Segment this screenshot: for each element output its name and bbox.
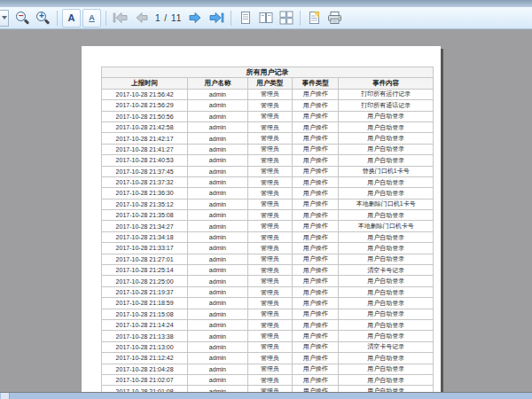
- single-page-layout-button[interactable]: [236, 9, 254, 27]
- zoom-out-button[interactable]: −: [13, 9, 32, 27]
- table-cell: 用户操作: [293, 276, 339, 286]
- table-cell: admin: [188, 298, 247, 309]
- table-cell: 2017-10-28 21:25:00: [102, 276, 188, 286]
- table-cell: 2017-10-28 21:27:01: [102, 254, 188, 264]
- table-cell: 2017-10-28 21:13:00: [102, 341, 188, 352]
- table-row: 2017-10-28 21:04:28admin管理员用户操作用户自动登录: [102, 364, 434, 374]
- table-cell: 本地删除门口机1卡号: [339, 199, 434, 209]
- table-row: 2017-10-28 21:02:07admin管理员用户操作用户自动登录: [102, 374, 434, 385]
- font-increase-button[interactable]: A: [62, 9, 81, 27]
- zoom-level-dropdown[interactable]: [0, 10, 9, 27]
- table-cell: 2017-10-28 21:35:12: [102, 199, 188, 209]
- table-cell: 用户自动登录: [339, 309, 434, 319]
- toolbar-separator: [300, 11, 301, 26]
- two-page-layout-button[interactable]: [256, 9, 275, 27]
- table-cell: 用户自动登录: [339, 254, 434, 264]
- table-cell: 打印所有运行记录: [339, 89, 434, 99]
- table-cell: admin: [188, 221, 247, 231]
- table-cell: admin: [188, 111, 247, 121]
- table-cell: 用户操作: [293, 100, 339, 111]
- user-records-table: 所有用户记录 上报时间 用户名称 用户类型 事件类型 事件内容 2017-10-…: [101, 66, 434, 397]
- table-row: 2017-10-28 21:36:30admin管理员用户操作用户自动登录: [102, 188, 434, 199]
- table-cell: 用户操作: [293, 265, 339, 276]
- table-cell: 2017-10-28 21:34:18: [102, 231, 188, 242]
- first-page-button[interactable]: [111, 9, 129, 27]
- table-cell: admin: [188, 364, 247, 374]
- two-page-layout-icon: [259, 11, 273, 25]
- toolbar-separator: [57, 11, 58, 26]
- table-row: 2017-10-28 21:33:17admin管理员用户操作用户自动登录: [102, 243, 434, 254]
- table-cell: admin: [188, 199, 247, 209]
- preview-page: 所有用户记录 上报时间 用户名称 用户类型 事件类型 事件内容 2017-10-…: [82, 46, 441, 399]
- table-row: 2017-10-28 21:50:56admin管理员用户操作用户自动登录: [102, 111, 434, 121]
- table-cell: admin: [188, 133, 247, 144]
- table-cell: 用户操作: [293, 231, 339, 242]
- table-cell: 清空卡号记录: [339, 265, 434, 276]
- next-page-button[interactable]: [187, 9, 206, 27]
- table-cell: admin: [188, 89, 247, 99]
- table-cell: 用户自动登录: [339, 210, 434, 221]
- page-counter: 1 / 11: [155, 13, 182, 23]
- table-cell: 2017-10-28 21:34:27: [102, 221, 188, 231]
- table-cell: 用户操作: [293, 254, 339, 264]
- table-cell: 用户自动登录: [339, 144, 434, 154]
- table-cell: 用户操作: [293, 374, 339, 385]
- table-cell: 用户自动登录: [339, 276, 434, 286]
- table-cell: 2017-10-28 21:02:07: [102, 374, 188, 385]
- table-cell: admin: [188, 144, 247, 154]
- table-row: 2017-10-28 21:37:32admin管理员用户操作用户自动登录: [102, 176, 434, 187]
- page-setup-button[interactable]: [305, 9, 324, 27]
- table-cell: 用户自动登录: [339, 111, 434, 121]
- toolbar-separator: [231, 11, 231, 26]
- zoom-out-icon: −: [15, 11, 30, 26]
- table-cell: 用户操作: [293, 133, 339, 144]
- column-header-event-content: 事件内容: [339, 78, 434, 89]
- table-cell: 用户操作: [293, 188, 339, 199]
- table-cell: 用户自动登录: [339, 298, 434, 309]
- horizontal-scrollbar[interactable]: [0, 393, 532, 399]
- font-decrease-button[interactable]: A: [82, 9, 101, 27]
- table-cell: 用户操作: [293, 309, 339, 319]
- table-cell: 管理员: [247, 243, 292, 254]
- table-cell: 用户操作: [293, 341, 339, 352]
- table-cell: 管理员: [247, 364, 292, 374]
- table-cell: 管理员: [247, 100, 292, 111]
- scrollbar-left-chip[interactable]: [1, 393, 10, 399]
- table-cell: 用户操作: [293, 364, 339, 374]
- table-cell: admin: [188, 276, 247, 286]
- table-row: 2017-10-28 21:40:53admin管理员用户操作用户自动登录: [102, 155, 434, 166]
- table-cell: admin: [188, 319, 247, 330]
- print-button[interactable]: [325, 9, 344, 27]
- table-cell: 用户操作: [293, 210, 339, 221]
- table-cell: 用户操作: [293, 298, 339, 309]
- table-cell: 用户自动登录: [339, 331, 434, 341]
- single-page-layout-icon: [239, 11, 253, 25]
- table-cell: 管理员: [247, 89, 292, 99]
- four-page-layout-button[interactable]: [277, 9, 295, 27]
- table-row: 2017-10-28 21:34:18admin管理员用户操作用户自动登录: [102, 231, 434, 242]
- table-row: 2017-10-28 21:27:01admin管理员用户操作用户自动登录: [102, 254, 434, 264]
- previous-page-button[interactable]: [131, 9, 150, 27]
- printer-icon: [327, 11, 342, 25]
- zoom-in-button[interactable]: +: [34, 9, 52, 27]
- table-cell: 管理员: [247, 144, 292, 154]
- font-increase-icon: A: [68, 13, 75, 23]
- table-cell: 用户自动登录: [339, 364, 434, 374]
- table-cell: 管理员: [247, 231, 292, 242]
- table-row: 2017-10-28 21:18:59admin管理员用户操作用户自动登录: [102, 298, 434, 309]
- table-cell: 管理员: [247, 276, 292, 286]
- window-top-edge: [0, 0, 532, 7]
- table-cell: 用户操作: [293, 243, 339, 254]
- table-row: 2017-10-28 21:13:00admin管理员用户操作清空卡号记录: [102, 341, 434, 352]
- table-row: 2017-10-28 21:25:14admin管理员用户操作清空卡号记录: [102, 265, 434, 276]
- table-cell: admin: [188, 121, 247, 132]
- last-page-button[interactable]: [207, 9, 226, 27]
- table-cell: 管理员: [247, 121, 292, 132]
- table-cell: 管理员: [247, 298, 292, 309]
- table-cell: 用户操作: [293, 199, 339, 209]
- table-cell: 2017-10-28 21:50:56: [102, 111, 188, 121]
- table-cell: 管理员: [247, 309, 292, 319]
- table-cell: 用户自动登录: [339, 231, 434, 242]
- table-cell: 2017-10-28 21:42:17: [102, 133, 188, 144]
- table-cell: 用户操作: [293, 121, 339, 132]
